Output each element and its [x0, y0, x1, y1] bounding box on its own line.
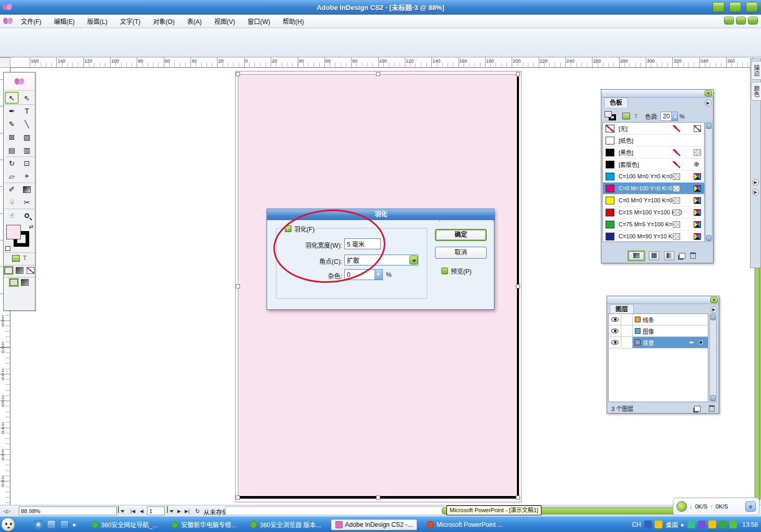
- selection-handle-e[interactable]: [516, 284, 520, 288]
- tray-icon[interactable]: [708, 521, 716, 528]
- tool-button[interactable]: ☝: [4, 209, 19, 222]
- task-button[interactable]: Adobe InDesign CS2 -...: [331, 519, 417, 530]
- tool-button[interactable]: ▤: [4, 143, 19, 156]
- doc-close-button[interactable]: [748, 17, 758, 25]
- zoom-dropdown[interactable]: [118, 506, 119, 513]
- fill-stroke-proxy[interactable]: ⇄: [4, 224, 34, 251]
- first-page-button[interactable]: |◀: [130, 506, 135, 516]
- apply-none-button[interactable]: [27, 267, 34, 274]
- new-layer-icon[interactable]: [694, 406, 700, 412]
- cancel-button[interactable]: 取消: [435, 247, 487, 259]
- new-swatch-icon[interactable]: [679, 253, 685, 259]
- show-desktop-icon[interactable]: [47, 520, 56, 529]
- minimize-button[interactable]: [712, 2, 724, 12]
- preview-view-button[interactable]: [21, 279, 29, 286]
- swatch-row[interactable]: [黑色]: [603, 147, 704, 159]
- swatch-row[interactable]: C=100 M=0 Y=0 K=0: [603, 171, 704, 183]
- tool-button[interactable]: ⊠: [4, 130, 19, 143]
- quicklaunch-ie-icon[interactable]: e: [34, 520, 43, 529]
- layers-titlebar[interactable]: ✕: [607, 296, 719, 304]
- swatches-menu-icon[interactable]: ▶: [705, 100, 711, 106]
- layer-lock-cell[interactable]: [621, 314, 633, 325]
- tray-icon[interactable]: [687, 521, 695, 528]
- tray-chevron-icon[interactable]: ▸: [681, 521, 684, 528]
- normal-view-button[interactable]: [10, 279, 18, 286]
- tool-button[interactable]: ✎: [4, 117, 19, 130]
- quicklaunch-chevron-icon[interactable]: ▸: [73, 521, 77, 528]
- swatch-row[interactable]: [套版色]: [603, 159, 704, 171]
- layers-close-icon[interactable]: ✕: [710, 297, 718, 303]
- swatches-tab[interactable]: 色板: [604, 98, 628, 107]
- swatch-row[interactable]: [无]: [603, 123, 704, 135]
- show-all-swatches-button[interactable]: [629, 251, 644, 260]
- swatch-row[interactable]: C=0 M=0 Y=100 K=0: [603, 195, 704, 207]
- layers-menu-icon[interactable]: ▶: [710, 306, 717, 313]
- layers-scrollbar[interactable]: [709, 313, 717, 402]
- swatches-titlebar[interactable]: ✕: [601, 90, 713, 98]
- tool-button[interactable]: ↻: [4, 156, 19, 170]
- tool-button[interactable]: T: [19, 104, 34, 117]
- scroll-down-icon[interactable]: [706, 235, 711, 241]
- corner-dropdown-button[interactable]: [409, 256, 418, 264]
- noise-spinner[interactable]: [375, 270, 382, 280]
- horizontal-ruler[interactable]: 1601401201008060402002040608010012014016…: [10, 57, 761, 68]
- selection-handle-n[interactable]: [376, 72, 380, 76]
- show-color-swatches-button[interactable]: [649, 251, 659, 260]
- task-button[interactable]: 360安全浏览器 版本...: [246, 518, 325, 530]
- tint-field[interactable]: 20: [660, 112, 678, 121]
- layer-row[interactable]: 背景 ✒: [609, 337, 708, 348]
- previous-page-button[interactable]: ◀: [140, 506, 143, 516]
- tray-icon[interactable]: [644, 521, 652, 528]
- task-button[interactable]: 360安全网址导航_...: [87, 518, 162, 530]
- tray-icon[interactable]: [719, 521, 727, 528]
- tray-icon[interactable]: [655, 521, 662, 528]
- menu-item[interactable]: 对象(O): [149, 16, 178, 27]
- apply-gradient-button[interactable]: [16, 267, 23, 274]
- layer-visibility-cell[interactable]: [609, 337, 621, 348]
- tool-button[interactable]: ✒: [4, 104, 19, 117]
- close-button[interactable]: [746, 2, 758, 12]
- net-monitor-icon[interactable]: +: [677, 501, 687, 512]
- start-button[interactable]: [1, 517, 15, 531]
- layers-tab[interactable]: 图层: [610, 304, 634, 314]
- tray-icon[interactable]: [698, 521, 706, 528]
- menu-item[interactable]: 表(A): [183, 16, 206, 27]
- feather-width-field[interactable]: 5 毫米: [344, 238, 381, 249]
- side-tab[interactable]: 颜色: [751, 82, 761, 101]
- desktop-toolbar-label[interactable]: 桌面: [666, 520, 678, 529]
- tool-button[interactable]: ⇖: [19, 91, 34, 104]
- swatch-row[interactable]: C=15 M=100 Y=100 K=0: [603, 207, 704, 219]
- swatches-close-icon[interactable]: ✕: [705, 90, 712, 96]
- tool-button[interactable]: ☟: [4, 196, 19, 209]
- page-dropdown[interactable]: [167, 506, 168, 513]
- swatch-row[interactable]: C=75 M=5 Y=100 K=0: [603, 219, 704, 231]
- selection-handle-w[interactable]: [236, 284, 240, 288]
- fill-swatch[interactable]: [6, 225, 21, 239]
- tray-icon[interactable]: [729, 521, 737, 528]
- menu-item[interactable]: 窗口(W): [244, 16, 274, 27]
- layer-visibility-cell[interactable]: [609, 325, 621, 336]
- tool-button[interactable]: ▥: [19, 143, 34, 156]
- task-button[interactable]: 安徽新华电脑专修...: [167, 518, 240, 530]
- dock-expand-icon[interactable]: ▶: [752, 179, 759, 186]
- scroll-up-icon[interactable]: [706, 123, 711, 129]
- container-button[interactable]: [622, 113, 630, 119]
- swatches-scrollbar[interactable]: [705, 122, 712, 242]
- selection-handle-se[interactable]: [516, 495, 520, 500]
- menu-item[interactable]: 编辑(E): [50, 16, 79, 27]
- delete-layer-icon[interactable]: [709, 405, 715, 412]
- tool-button[interactable]: ▧: [19, 130, 34, 143]
- layer-lock-cell[interactable]: [621, 337, 633, 348]
- dock-expand-icon-2[interactable]: ▶: [752, 189, 759, 196]
- zoom-level-field[interactable]: 88.98%: [19, 506, 117, 515]
- tool-button[interactable]: ⊡: [19, 156, 34, 170]
- menu-item[interactable]: 文件(F): [17, 16, 45, 27]
- layer-row[interactable]: 线条 ✒: [609, 314, 708, 325]
- delete-swatch-icon[interactable]: [690, 252, 696, 259]
- layer-lock-cell[interactable]: [621, 325, 633, 336]
- scroll-down-icon[interactable]: [710, 395, 716, 401]
- tool-button[interactable]: ╲: [19, 117, 34, 130]
- tool-button[interactable]: ✐: [4, 183, 19, 196]
- side-tab[interactable]: 描边: [751, 61, 761, 80]
- swatch-row[interactable]: C=0 M=100 Y=0 K=0: [603, 183, 704, 195]
